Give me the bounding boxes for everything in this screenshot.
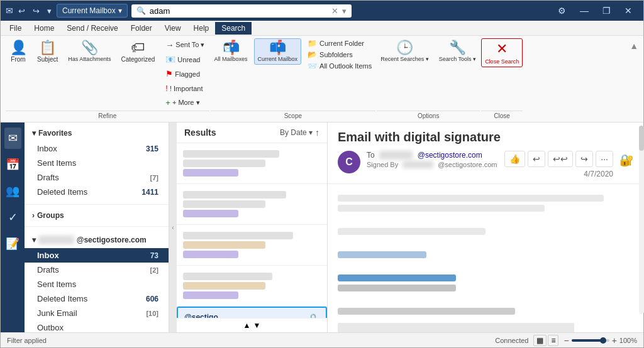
title-bar-left: ✉ ↩ ↪ ▾ Current Mailbox ▾ (6, 4, 128, 18)
nav-tasks-icon[interactable]: ✓ (4, 207, 21, 228)
mailbox-selector[interactable]: Current Mailbox ▾ (57, 4, 128, 18)
refine-footer: Refine (6, 111, 209, 119)
result-item-4[interactable] (177, 266, 327, 307)
ribbon-subfolders-item[interactable]: 📂 Subfolders (304, 50, 375, 60)
view-btn-1[interactable]: ▦ (533, 335, 547, 346)
quick-access-more[interactable]: ▾ (45, 5, 54, 17)
ribbon-more-btn[interactable]: + + More ▾ (161, 96, 209, 109)
sidebar-account-header[interactable]: ▾ username @sectigostore.com (25, 232, 169, 248)
sidebar-collapse-btn[interactable]: ‹ (169, 122, 177, 332)
ribbon-categorized-btn[interactable]: 🏷 Categorized (117, 38, 158, 65)
search-clear-btn[interactable]: ✕ (331, 6, 338, 16)
zoom-slider[interactable] (572, 339, 609, 342)
sidebar-item-outbox[interactable]: Outbox (25, 320, 169, 332)
search-bar[interactable]: 🔍 ✕ ▾ (131, 4, 352, 18)
sidebar-item-inbox2[interactable]: Inbox 73 (25, 248, 169, 263)
sidebar-item-sent-items[interactable]: Sent Items (25, 156, 169, 170)
ribbon-has-attachments-btn[interactable]: 📎 Has Attachments (64, 38, 114, 65)
email-reply-btn[interactable]: ↩ (528, 151, 545, 167)
menu-file[interactable]: File (3, 22, 28, 35)
signed-by-label: Signed By (367, 161, 398, 168)
ribbon-small-btns: → Sent To ▾ 📧 Unread ⚑ Flagged ! ! Impor… (161, 38, 209, 109)
ribbon-all-outlook-item[interactable]: 📨 All Outlook Items (304, 61, 375, 71)
email-more-btn[interactable]: ··· (596, 151, 613, 167)
ribbon-from-btn[interactable]: 👤 From (6, 38, 31, 65)
subfolders-label: Subfolders (319, 51, 353, 58)
sidebar-item-junk[interactable]: Junk Email [10] (25, 306, 169, 320)
body-line-4 (338, 251, 426, 258)
junk-label: Junk Email (37, 308, 77, 318)
minimize-btn[interactable]: — (574, 3, 595, 18)
search-input[interactable] (150, 6, 328, 16)
ribbon-search-tools-btn[interactable]: 🔧 Search Tools ▾ (435, 38, 480, 65)
sidebar-item-drafts[interactable]: Drafts [7] (25, 170, 169, 185)
nav-calendar-icon[interactable]: 📅 (2, 154, 23, 175)
email-avatar: C (338, 151, 360, 173)
close-btn[interactable]: ✕ (618, 3, 638, 18)
ribbon-collapse-btn[interactable]: ▲ (630, 41, 638, 51)
results-sort-direction[interactable]: ↑ (315, 128, 319, 138)
ribbon-sent-to-btn[interactable]: → Sent To ▾ (161, 38, 209, 52)
redo-btn[interactable]: ↪ (30, 5, 42, 17)
nav-mail-icon[interactable]: ✉ (4, 128, 21, 149)
sidebar-item-inbox[interactable]: Inbox 315 (25, 141, 169, 156)
settings-btn[interactable]: ⚙ (552, 3, 572, 18)
menu-home[interactable]: Home (28, 22, 60, 35)
groups-chevron: › (32, 211, 35, 220)
maximize-btn[interactable]: ❐ (596, 3, 617, 18)
body-line-1 (338, 195, 604, 202)
body-line-2 (338, 205, 545, 212)
results-scroll-up[interactable]: ▲ (243, 321, 251, 330)
sidebar-groups-header[interactable]: › Groups (25, 207, 169, 224)
undo-btn[interactable]: ↩ (16, 5, 28, 17)
ribbon-all-mailboxes-btn[interactable]: 📬 All Mailboxes (211, 38, 252, 65)
flagged-icon: ⚑ (165, 69, 173, 79)
ribbon-unread-btn[interactable]: 📧 Unread (161, 53, 209, 66)
email-scrollbar-thumb (639, 126, 643, 151)
email-body[interactable] (328, 184, 643, 332)
ribbon-important-btn[interactable]: ! ! Important (161, 82, 209, 95)
email-scrollbar[interactable] (639, 126, 643, 314)
sidebar-item-sent2[interactable]: Sent Items (25, 277, 169, 291)
zoom-out-btn[interactable]: − (564, 335, 569, 345)
menu-search[interactable]: Search (215, 22, 252, 35)
sidebar-item-drafts2[interactable]: Drafts [2] (25, 263, 169, 277)
sidebar-item-deleted[interactable]: Deleted Items 1411 (25, 185, 169, 199)
ribbon-flagged-btn[interactable]: ⚑ Flagged (161, 67, 209, 80)
results-sort-btn[interactable]: By Date ▾ (280, 128, 313, 137)
nav-notes-icon[interactable]: 📝 (2, 233, 23, 254)
important-label: ! Important (170, 85, 203, 92)
email-forward-btn[interactable]: ↪ (575, 151, 593, 167)
ribbon-current-folder-item[interactable]: 📁 Current Folder (304, 38, 375, 48)
result-item-3[interactable] (177, 225, 327, 266)
result-item-5[interactable]: @sectigo... 🔒 Email with digital signatu… (177, 307, 327, 318)
ribbon-recent-searches-btn[interactable]: 🕒 Recent Searches ▾ (377, 38, 433, 65)
title-bar-actions: ⚙ — ❐ ✕ (552, 3, 638, 18)
sidebar-item-deleted2[interactable]: Deleted Items 606 (25, 291, 169, 306)
sent-to-icon: → (165, 40, 174, 50)
email-thumbsup-btn[interactable]: 👍 (504, 151, 525, 167)
zoom-in-btn[interactable]: + (612, 335, 617, 345)
menu-view[interactable]: View (158, 22, 187, 35)
ribbon-close-search-btn[interactable]: ✕ Close Search (481, 38, 523, 67)
sent-to-label: Sent To ▾ (175, 41, 204, 49)
menu-send-receive[interactable]: Send / Receive (60, 22, 124, 35)
ribbon-options-section: 🕒 Recent Searches ▾ 🔧 Search Tools ▾ Opt… (377, 38, 480, 119)
ribbon-current-mailbox-btn[interactable]: 📫 Current Mailbox (254, 38, 302, 65)
drafts2-label: Drafts (37, 265, 59, 275)
flagged-label: Flagged (175, 70, 200, 78)
email-reply-all-btn[interactable]: ↩↩ (548, 151, 573, 167)
nav-contacts-icon[interactable]: 👥 (2, 180, 23, 202)
mailbox-chevron: ▾ (118, 6, 122, 15)
ribbon-subject-btn[interactable]: 📋 Subject (33, 38, 62, 65)
body-link-1[interactable] (338, 275, 456, 281)
sidebar-favorites-header[interactable]: ▾ Favorites (25, 125, 169, 141)
menu-help[interactable]: Help (187, 22, 216, 35)
result-item-1[interactable] (177, 143, 327, 184)
results-scroll-down[interactable]: ▼ (253, 321, 261, 330)
menu-folder[interactable]: Folder (125, 22, 158, 35)
search-dropdown-btn[interactable]: ▾ (342, 6, 347, 16)
results-list[interactable]: @sectigo... 🔒 Email with digital signatu… (177, 143, 327, 318)
result-item-2[interactable] (177, 184, 327, 225)
view-btn-2[interactable]: ≡ (548, 335, 558, 346)
